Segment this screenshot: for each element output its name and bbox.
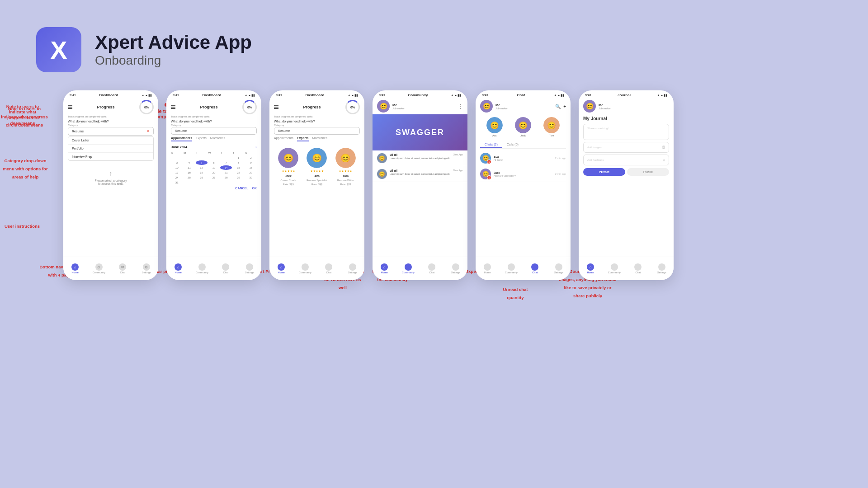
phone2-content: Progress 0% Track progress on completed …: [166, 98, 261, 256]
expert-ava[interactable]: 😊 ★★★★★ Ava Resume Specialist Rate: $$$: [307, 148, 327, 186]
nav-community-4[interactable]: Community: [396, 263, 420, 274]
cal-day-9[interactable]: 9: [245, 160, 257, 165]
ok-button[interactable]: OK: [252, 187, 257, 190]
nav-community-6[interactable]: Community: [603, 263, 627, 274]
cal-day-21[interactable]: 21: [220, 170, 232, 175]
cal-day-2[interactable]: 2: [245, 155, 257, 160]
cal-day-17[interactable]: 17: [171, 170, 183, 175]
hamburger-icon[interactable]: [68, 105, 72, 109]
cal-day-20[interactable]: 20: [208, 170, 220, 175]
tab-appointments[interactable]: Appointments: [171, 136, 192, 141]
hamburger-icon-3[interactable]: [274, 105, 278, 109]
category-input-2[interactable]: Resume: [171, 127, 257, 135]
cal-day-19[interactable]: 19: [196, 170, 208, 175]
cal-day-23[interactable]: 23: [245, 170, 257, 175]
tab-milestones-3[interactable]: Milestones: [312, 136, 327, 141]
nav-home-3[interactable]: ⌂ Home: [269, 263, 293, 274]
tab-experts[interactable]: Experts: [196, 136, 207, 141]
nav-community-5[interactable]: Community: [500, 263, 524, 274]
category-input-3[interactable]: Resume: [274, 127, 360, 135]
dropdown-portfolio[interactable]: Portfolio: [68, 145, 153, 153]
post-1: 😊 uil uil 2hrs Ago Lorem ipsum dolor sit…: [373, 150, 467, 166]
cal-day-7[interactable]: 7: [220, 160, 232, 165]
dropdown-cover-letter[interactable]: Cover Letter: [68, 136, 153, 145]
category-input[interactable]: Resume ✕: [68, 127, 154, 136]
cal-day-8[interactable]: 8: [232, 160, 244, 165]
nav-home-2[interactable]: ⌂ Home: [166, 263, 190, 274]
cal-day-25[interactable]: 25: [183, 175, 195, 180]
nav-home-4[interactable]: ⌂ Home: [373, 263, 396, 274]
post1-name: uil uil: [390, 153, 397, 156]
nav-settings[interactable]: ⚙ Settings: [135, 263, 159, 274]
dropdown-interview-prep[interactable]: Interview Prep: [68, 153, 153, 160]
journal-hashtag-input[interactable]: Add hashtags #: [583, 155, 669, 165]
private-button[interactable]: Private: [583, 168, 625, 176]
nav-home-5[interactable]: Home: [476, 263, 500, 274]
contact-jack[interactable]: 😊 1 Jack How are you today? 2 min ago: [480, 166, 566, 182]
tab-milestones[interactable]: Milestones: [210, 136, 225, 141]
cal-day-18[interactable]: 18: [183, 170, 195, 175]
cal-day-12[interactable]: 12: [196, 165, 208, 170]
nav-home-6[interactable]: ⌂ Home: [579, 263, 603, 274]
cal-day-13[interactable]: 13: [208, 165, 220, 170]
cal-day-31[interactable]: 31: [171, 180, 183, 185]
jack-badge: 1: [487, 175, 491, 180]
expert-tom[interactable]: 😊 ★★★★★ Tom Resume Writer Rate: $$$: [335, 148, 356, 186]
cal-day-3[interactable]: 3: [171, 160, 183, 165]
nav-settings-4[interactable]: Settings: [444, 263, 468, 274]
chats-tab[interactable]: Chats (2): [480, 141, 502, 148]
cal-day-10[interactable]: 10: [171, 165, 183, 170]
expert-circle-ava[interactable]: 😊 Ava: [486, 117, 503, 137]
journal-share-input[interactable]: Share something!: [583, 124, 669, 140]
contact-ava[interactable]: 😊 1 Ava Hi there! 2 min ago: [480, 150, 566, 166]
cal-day-22[interactable]: 22: [232, 170, 244, 175]
more-icon[interactable]: ⋮: [458, 103, 463, 109]
cancel-button[interactable]: CANCEL: [235, 187, 248, 190]
nav-settings-5[interactable]: Settings: [547, 263, 571, 274]
nav-settings-2[interactable]: Settings: [238, 263, 262, 274]
nav-chat-6[interactable]: Chat: [626, 263, 650, 274]
nav-settings-3[interactable]: Settings: [341, 263, 365, 274]
cal-day-5[interactable]: 5: [196, 160, 208, 165]
nav-home-label-5: Home: [484, 271, 491, 274]
nav-community[interactable]: ⊙ Community: [87, 263, 111, 274]
clear-icon[interactable]: ✕: [146, 129, 150, 133]
journal-avatar: 😊: [583, 100, 596, 113]
cal-buttons: CANCEL OK: [171, 187, 257, 190]
cal-day-29[interactable]: 29: [232, 175, 244, 180]
journal-image-input[interactable]: Add images 🖼: [583, 142, 669, 153]
cal-day-30[interactable]: 30: [245, 175, 257, 180]
tab-appointments-3[interactable]: Appointments: [274, 136, 293, 141]
nav-chat-2[interactable]: Chat: [214, 263, 238, 274]
cal-day-15[interactable]: 15: [232, 165, 244, 170]
nav-chat[interactable]: ✉ Chat: [111, 263, 135, 274]
nav-chat-4[interactable]: Chat: [420, 263, 444, 274]
tab-experts-3[interactable]: Experts: [297, 136, 309, 141]
hamburger-icon-2[interactable]: [171, 105, 175, 109]
cal-day-6[interactable]: 6: [208, 160, 220, 165]
cal-day-1[interactable]: 1: [232, 155, 244, 160]
calendar-next[interactable]: ›: [255, 145, 257, 149]
cal-day-16[interactable]: 16: [245, 165, 257, 170]
nav-chat-3[interactable]: Chat: [317, 263, 341, 274]
nav-community-2[interactable]: Community: [190, 263, 214, 274]
cal-day-24[interactable]: 24: [171, 175, 183, 180]
nav-settings-6[interactable]: Settings: [650, 263, 674, 274]
nav-home[interactable]: ⌂ Home: [63, 263, 87, 274]
cal-day-28[interactable]: 28: [220, 175, 232, 180]
expert-circle-tom[interactable]: 😊 Tom: [543, 117, 560, 137]
cal-day-4[interactable]: 4: [183, 160, 195, 165]
cal-day-11[interactable]: 11: [183, 165, 195, 170]
cal-day-14[interactable]: 14: [220, 165, 232, 170]
nav-community-3[interactable]: Community: [293, 263, 317, 274]
cal-day-26[interactable]: 26: [196, 175, 208, 180]
search-icon[interactable]: 🔍: [555, 104, 561, 109]
calls-tab[interactable]: Calls (0): [502, 141, 523, 148]
add-icon[interactable]: +: [563, 104, 566, 109]
phone-1: 9:41 Dashboard ▲ ● ▮▮ Progress 0%: [63, 90, 158, 280]
expert-jack[interactable]: 😊 ★★★★★ Jack Career Coach Rate: $$$: [278, 148, 298, 186]
public-button[interactable]: Public: [627, 168, 669, 176]
nav-chat-5[interactable]: Chat: [523, 263, 547, 274]
expert-circle-jack[interactable]: 😊 Jack: [515, 117, 531, 137]
cal-day-27[interactable]: 27: [208, 175, 220, 180]
